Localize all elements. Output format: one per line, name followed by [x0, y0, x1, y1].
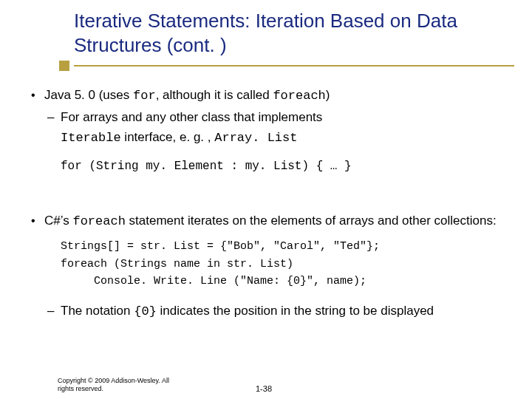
code-inline: foreach: [273, 89, 325, 103]
bullet-csharp: C#’s foreach statement iterates on the e…: [28, 213, 516, 231]
bullet-java: Java 5. 0 (uses for, although it is call…: [28, 87, 516, 105]
text: interface, e. g. ,: [121, 130, 215, 144]
text: statement iterates on the elements of ar…: [126, 214, 497, 228]
code-inline: Array. List: [214, 131, 297, 145]
text: Java 5. 0 (uses: [44, 88, 133, 102]
code-inline: for: [133, 89, 156, 103]
slide-body: Java 5. 0 (uses for, although it is call…: [28, 87, 516, 324]
subbullet-csharp-note: The notation {0} indicates the position …: [28, 303, 516, 321]
text: indicates the position in the string to …: [157, 304, 434, 318]
subbullet-java-iterable: Iterable interface, e. g. , Array. List: [28, 129, 516, 147]
text: ): [326, 88, 330, 102]
title-decoration-dot: [59, 61, 69, 71]
subbullet-java-arrays: For arrays and any other class that impl…: [28, 109, 516, 126]
slide-title: Iterative Statements: Iteration Based on…: [74, 9, 517, 57]
java-code-block: for (String my. Element : my. List) { … …: [28, 159, 516, 175]
code-line: foreach (Strings name in str. List): [61, 256, 516, 273]
text: , although it is called: [156, 88, 273, 102]
csharp-code-block: Strings[] = str. List = {"Bob", "Carol",…: [28, 238, 516, 290]
code-line: Strings[] = str. List = {"Bob", "Carol",…: [61, 238, 516, 255]
code-inline: Iterable: [61, 131, 121, 145]
footer-page-number: 1-38: [256, 384, 272, 393]
title-decoration-rule: [74, 65, 514, 66]
code-line: Console. Write. Line ("Name: {0}", name)…: [61, 273, 516, 290]
code-inline: {0}: [134, 304, 157, 318]
footer-copyright: Copyright © 2009 Addison-Wesley. All rig…: [58, 377, 176, 393]
text: For arrays and any other class that impl…: [61, 110, 322, 124]
text: C#’s: [44, 214, 72, 228]
text: The notation: [61, 304, 134, 318]
code-inline: foreach: [72, 214, 125, 228]
